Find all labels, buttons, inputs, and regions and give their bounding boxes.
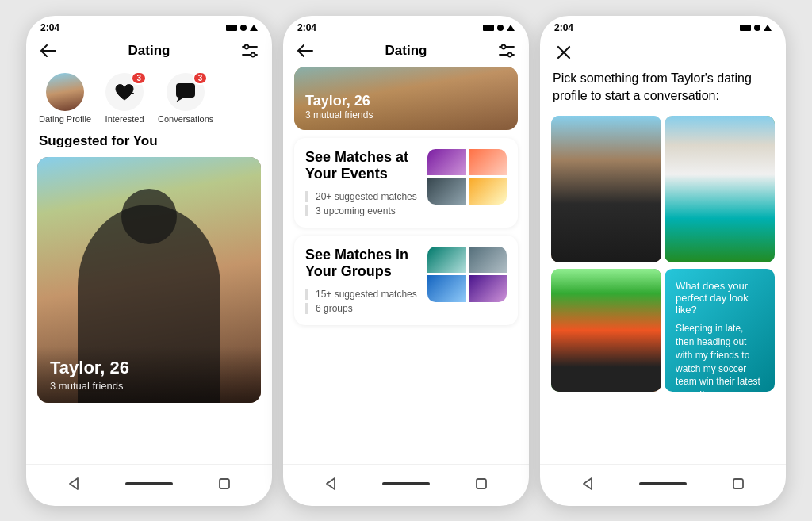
home-indicator-3[interactable] bbox=[639, 482, 687, 485]
events-card[interactable]: See Matches at Your Events 20+ suggested… bbox=[294, 138, 518, 228]
status-bar-3: 2:04 bbox=[540, 16, 786, 36]
nav-title-2: Dating bbox=[385, 43, 427, 59]
bottom-nav-3 bbox=[540, 464, 786, 506]
question-card[interactable]: What does your perfect day look like? Sl… bbox=[665, 269, 775, 392]
group-thumb-3 bbox=[427, 275, 466, 302]
status-time-3: 2:04 bbox=[554, 22, 573, 33]
nav-bar-3 bbox=[540, 36, 786, 70]
groups-stats: 15+ suggested matches 6 groups bbox=[305, 289, 418, 314]
filter-button-1[interactable] bbox=[239, 40, 261, 62]
event-thumb-3 bbox=[427, 178, 466, 205]
svg-rect-7 bbox=[220, 479, 229, 488]
interested-icon-wrap: 3 bbox=[105, 73, 144, 111]
svg-marker-12 bbox=[327, 478, 335, 489]
hero-banner-2[interactable]: Taylor, 26 3 mutual friends bbox=[294, 67, 518, 130]
battery-icon-3 bbox=[740, 25, 751, 31]
events-stat-2: 3 upcoming events bbox=[305, 205, 418, 216]
answer-text: Sleeping in late, then heading out with … bbox=[676, 322, 764, 402]
screen1-content: Suggested for You Taylor, 26 3 mutual fr… bbox=[26, 133, 272, 464]
question-label: What does your perfect day look like? bbox=[676, 280, 764, 316]
convo-prompt: Pick something from Taylor's dating prof… bbox=[540, 70, 786, 117]
wifi-icon-1 bbox=[240, 25, 247, 31]
group-thumb-1 bbox=[427, 247, 466, 274]
svg-rect-17 bbox=[733, 479, 743, 488]
group-thumb-4 bbox=[469, 275, 508, 302]
svg-point-11 bbox=[508, 52, 511, 56]
back-nav-btn-2[interactable] bbox=[320, 473, 342, 495]
status-icons-2 bbox=[483, 25, 515, 31]
square-nav-btn-1[interactable] bbox=[213, 473, 236, 495]
photo-selfie[interactable] bbox=[551, 116, 661, 262]
dating-profile-avatar bbox=[46, 73, 84, 111]
dating-profile-icon-wrap bbox=[46, 73, 84, 111]
groups-card-text: See Matches in Your Groups 15+ suggested… bbox=[305, 247, 418, 314]
phone-3: 2:04 Pick something from Taylor's dating… bbox=[540, 16, 786, 506]
event-thumb-4 bbox=[469, 178, 508, 205]
filter-button-2[interactable] bbox=[496, 40, 518, 62]
bottom-nav-2 bbox=[283, 464, 529, 506]
event-thumb-1 bbox=[427, 149, 466, 176]
profile-card-1[interactable]: Taylor, 26 3 mutual friends bbox=[37, 157, 261, 403]
events-card-text: See Matches at Your Events 20+ suggested… bbox=[305, 149, 418, 216]
svg-marker-16 bbox=[584, 478, 592, 489]
nav-bar-2: Dating bbox=[283, 36, 529, 67]
back-button-2[interactable] bbox=[294, 40, 316, 62]
event-thumb-2 bbox=[469, 149, 508, 176]
tab-conversations[interactable]: 3 Conversations bbox=[158, 73, 213, 124]
selfie-image bbox=[551, 116, 661, 262]
tabs-row-1: Dating Profile 3 Interested bbox=[26, 67, 272, 133]
conversations-badge: 3 bbox=[193, 71, 209, 85]
photo-orange-shirt[interactable] bbox=[551, 269, 661, 392]
phone-1: 2:04 Dating bbox=[26, 16, 272, 506]
svg-point-9 bbox=[501, 44, 505, 48]
back-nav-btn-1[interactable] bbox=[63, 473, 85, 495]
signal-icon-1 bbox=[250, 25, 258, 31]
tab-dating-profile[interactable]: Dating Profile bbox=[39, 73, 91, 124]
groups-stat-2: 6 groups bbox=[305, 303, 418, 314]
bottom-nav-1 bbox=[26, 464, 272, 506]
screen2-content: Taylor, 26 3 mutual friends See Matches … bbox=[283, 67, 529, 464]
wifi-icon-2 bbox=[497, 25, 504, 31]
svg-marker-6 bbox=[70, 478, 78, 489]
tab-label-interested: Interested bbox=[105, 114, 144, 124]
home-indicator-2[interactable] bbox=[382, 482, 430, 485]
status-time-2: 2:04 bbox=[297, 22, 316, 33]
events-card-images bbox=[427, 149, 507, 205]
nav-bar-1: Dating bbox=[26, 36, 272, 67]
yoga-image bbox=[665, 116, 775, 262]
groups-stat-1: 15+ suggested matches bbox=[305, 289, 418, 300]
square-nav-btn-2[interactable] bbox=[470, 473, 492, 495]
photo-grid-container: What does your perfect day look like? Sl… bbox=[540, 116, 786, 392]
close-button-3[interactable] bbox=[551, 40, 576, 65]
interested-badge: 3 bbox=[131, 71, 147, 85]
svg-rect-13 bbox=[477, 479, 486, 488]
back-button-1[interactable] bbox=[37, 40, 59, 62]
svg-point-3 bbox=[251, 52, 255, 56]
tab-label-conversations: Conversations bbox=[158, 114, 213, 124]
conversations-icon-wrap: 3 bbox=[167, 73, 205, 111]
status-time-1: 2:04 bbox=[40, 22, 59, 33]
orange-shirt-image bbox=[551, 269, 661, 392]
square-nav-btn-3[interactable] bbox=[727, 473, 749, 495]
groups-card[interactable]: See Matches in Your Groups 15+ suggested… bbox=[294, 236, 518, 325]
battery-icon-1 bbox=[226, 25, 237, 31]
profile-name-1: Taylor, 26 bbox=[50, 358, 248, 378]
profile-sub-1: 3 mutual friends bbox=[50, 380, 248, 392]
phone-2: 2:04 Dating bbox=[283, 16, 529, 506]
hero-sub: 3 mutual friends bbox=[305, 109, 373, 121]
hero-info: Taylor, 26 3 mutual friends bbox=[305, 93, 373, 121]
suggested-section-title: Suggested for You bbox=[26, 133, 272, 157]
groups-card-title: See Matches in Your Groups bbox=[305, 247, 418, 281]
signal-icon-3 bbox=[764, 25, 772, 31]
profile-card-info-1: Taylor, 26 3 mutual friends bbox=[37, 347, 261, 403]
tab-interested[interactable]: 3 Interested bbox=[101, 73, 148, 124]
status-bar-1: 2:04 bbox=[26, 16, 272, 36]
status-icons-3 bbox=[740, 25, 772, 31]
photo-grid: What does your perfect day look like? Sl… bbox=[551, 116, 775, 392]
events-stats: 20+ suggested matches 3 upcoming events bbox=[305, 191, 418, 216]
svg-marker-5 bbox=[176, 98, 184, 102]
home-indicator-1[interactable] bbox=[125, 482, 173, 485]
photo-yoga[interactable] bbox=[665, 116, 775, 262]
back-nav-btn-3[interactable] bbox=[576, 473, 599, 495]
hero-name: Taylor, 26 bbox=[305, 93, 373, 109]
